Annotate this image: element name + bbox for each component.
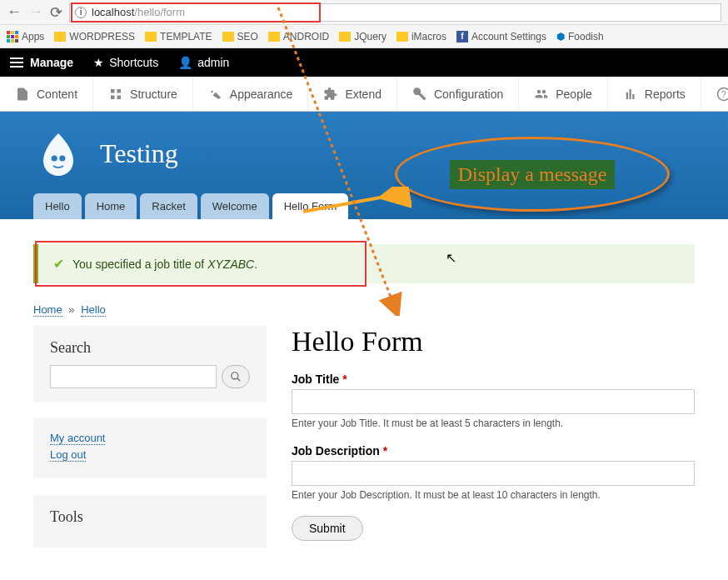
structure-icon bbox=[108, 87, 123, 102]
folder-icon bbox=[222, 32, 234, 42]
main-content: Hello Form Job Title * Enter your Job Ti… bbox=[292, 326, 695, 564]
menu-people[interactable]: People bbox=[519, 77, 608, 111]
folder-icon bbox=[339, 32, 351, 42]
puzzle-icon bbox=[323, 87, 338, 102]
breadcrumb-hello[interactable]: Hello bbox=[81, 303, 106, 317]
link-myaccount[interactable]: My account bbox=[50, 432, 105, 445]
search-title: Search bbox=[50, 339, 250, 357]
bookmark-android[interactable]: ANDROID bbox=[268, 31, 329, 42]
submit-button[interactable]: Submit bbox=[292, 516, 363, 541]
back-icon[interactable]: ← bbox=[7, 3, 22, 21]
tools-title: Tools bbox=[50, 508, 250, 526]
desc-jobdesc: Enter your Job Description. It must be a… bbox=[292, 489, 695, 501]
required-marker: * bbox=[383, 444, 387, 458]
svg-text:?: ? bbox=[721, 88, 726, 98]
menu-reports[interactable]: Reports bbox=[608, 77, 701, 111]
drupal-icon: ⬢ bbox=[556, 31, 565, 42]
help-icon: ? bbox=[716, 87, 728, 102]
info-icon[interactable]: i bbox=[75, 7, 87, 18]
star-icon: ★ bbox=[93, 56, 104, 69]
primary-tabs: Hello Home Racket Welcome Hello Form bbox=[33, 193, 695, 219]
folder-icon bbox=[268, 32, 280, 42]
search-input[interactable] bbox=[50, 365, 217, 388]
input-jobtitle[interactable] bbox=[292, 389, 695, 414]
tab-racket[interactable]: Racket bbox=[140, 193, 197, 219]
menu-content[interactable]: Content bbox=[0, 77, 93, 111]
bookmark-wordpress[interactable]: WORDPRESS bbox=[54, 31, 135, 42]
reload-icon[interactable]: ⟳ bbox=[50, 3, 62, 22]
status-text: You specified a job title of XYZABC. bbox=[72, 258, 257, 271]
chart-icon bbox=[623, 87, 638, 102]
wand-icon bbox=[208, 87, 223, 102]
url-path: /hello/form bbox=[134, 6, 185, 18]
menu-structure[interactable]: Structure bbox=[93, 77, 193, 111]
document-icon bbox=[15, 87, 30, 102]
search-button[interactable] bbox=[222, 365, 250, 388]
status-message: ✔ You specified a job title of XYZABC. bbox=[33, 244, 695, 283]
field-jobdesc: Job Description * Enter your Job Descrip… bbox=[292, 444, 695, 501]
folder-icon bbox=[145, 32, 157, 42]
url-bar[interactable]: i localhost/hello/form bbox=[69, 3, 721, 22]
tab-home[interactable]: Home bbox=[85, 193, 137, 219]
svg-point-3 bbox=[59, 155, 65, 161]
browser-chrome: ← → ⟳ i localhost/hello/form bbox=[0, 0, 728, 25]
breadcrumb-sep: » bbox=[68, 303, 74, 316]
page-title: Hello Form bbox=[292, 326, 695, 358]
menu-extend[interactable]: Extend bbox=[308, 77, 397, 111]
bookmarks-bar: Apps WORDPRESS TEMPLATE SEO ANDROID JQue… bbox=[0, 25, 728, 48]
link-logout[interactable]: Log out bbox=[50, 448, 86, 462]
label-jobtitle: Job Title * bbox=[292, 372, 695, 386]
url-host: localhost bbox=[92, 6, 134, 18]
check-icon: ✔ bbox=[53, 256, 64, 272]
bookmark-imacros[interactable]: iMacros bbox=[396, 31, 446, 42]
menu-configuration[interactable]: Configuration bbox=[397, 77, 519, 111]
apps-icon bbox=[7, 31, 18, 42]
breadcrumb-home[interactable]: Home bbox=[33, 303, 62, 317]
bookmark-foodish[interactable]: ⬢Foodish bbox=[556, 31, 604, 42]
tools-block: Tools bbox=[33, 495, 267, 548]
user-icon: 👤 bbox=[178, 56, 192, 69]
page-content: ✔ You specified a job title of XYZABC. H… bbox=[0, 219, 728, 580]
svg-point-2 bbox=[52, 155, 57, 161]
admin-menu: Content Structure Appearance Extend Conf… bbox=[0, 77, 728, 112]
user-button[interactable]: 👤 admin bbox=[178, 56, 229, 69]
bookmark-seo[interactable]: SEO bbox=[222, 31, 258, 42]
menu-help[interactable]: ?Help bbox=[701, 77, 728, 111]
manage-button[interactable]: Manage bbox=[10, 56, 73, 69]
bookmark-jquery[interactable]: JQuery bbox=[339, 31, 386, 42]
bookmark-template[interactable]: TEMPLATE bbox=[145, 31, 212, 42]
sidebar: Search My account Log out Tools bbox=[33, 326, 267, 564]
search-icon bbox=[230, 371, 242, 382]
apps-button[interactable]: Apps bbox=[7, 31, 44, 42]
facebook-icon: f bbox=[456, 31, 468, 42]
site-header: Testing Hello Home Racket Welcome Hello … bbox=[0, 112, 728, 219]
field-jobtitle: Job Title * Enter your Job Title. It mus… bbox=[292, 372, 695, 429]
shortcuts-button[interactable]: ★ Shortcuts bbox=[93, 56, 158, 69]
toolbar: Manage ★ Shortcuts 👤 admin bbox=[0, 48, 728, 77]
user-block: My account Log out bbox=[33, 418, 267, 478]
people-icon bbox=[534, 87, 549, 102]
tab-hello-form[interactable]: Hello Form bbox=[272, 193, 349, 219]
folder-icon bbox=[396, 32, 408, 42]
svg-point-6 bbox=[232, 372, 238, 379]
bookmark-account[interactable]: fAccount Settings bbox=[456, 31, 546, 42]
breadcrumb: Home » Hello bbox=[33, 303, 695, 316]
site-name[interactable]: Testing bbox=[100, 138, 178, 169]
required-marker: * bbox=[342, 372, 347, 386]
desc-jobtitle: Enter your Job Title. It must be at leas… bbox=[292, 418, 695, 429]
input-jobdesc[interactable] bbox=[292, 461, 695, 486]
tab-welcome[interactable]: Welcome bbox=[201, 193, 269, 219]
apps-label: Apps bbox=[22, 31, 44, 42]
tab-hello[interactable]: Hello bbox=[33, 193, 82, 219]
svg-line-7 bbox=[237, 378, 241, 382]
folder-icon bbox=[54, 32, 66, 42]
menu-appearance[interactable]: Appearance bbox=[193, 77, 309, 111]
drupal-logo[interactable] bbox=[33, 128, 83, 178]
search-block: Search bbox=[33, 326, 267, 402]
forward-icon[interactable]: → bbox=[28, 3, 43, 21]
label-jobdesc: Job Description * bbox=[292, 444, 695, 458]
wrench-icon bbox=[412, 87, 427, 102]
hamburger-icon bbox=[10, 58, 23, 68]
